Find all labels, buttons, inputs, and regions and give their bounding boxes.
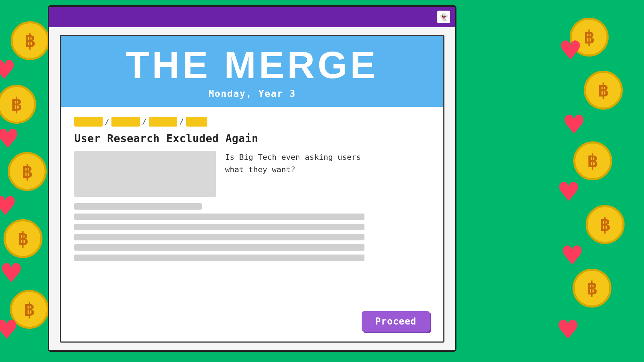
heart-decoration: ♥ (561, 32, 580, 69)
coin-decoration: ฿ (0, 85, 36, 124)
breadcrumb-block-3 (149, 117, 177, 127)
heart-decoration: ♥ (0, 120, 17, 157)
heart-decoration: ♥ (558, 311, 577, 348)
heart-decoration: ♥ (0, 311, 16, 348)
skeleton-line-long-2 (74, 224, 364, 230)
newspaper-date: Monday, Year 3 (75, 88, 429, 99)
article-image (74, 151, 216, 197)
coin-decoration: ฿ (570, 18, 609, 57)
newspaper: THE MERGE Monday, Year 3 / / / User Rese… (60, 35, 444, 343)
article-text: Is Big Tech even asking users what they … (225, 151, 361, 197)
article-area: / / / User Research Excluded Again Is Bi… (61, 107, 443, 341)
heart-decoration: ♥ (563, 237, 582, 274)
coin-decoration: ฿ (573, 269, 611, 308)
coin-decoration: ฿ (11, 21, 50, 60)
skeleton-line-long-5 (74, 255, 364, 261)
coin-decoration: ฿ (573, 141, 612, 180)
heart-decoration: ♥ (559, 173, 578, 210)
skeleton-line-long-4 (74, 244, 364, 251)
coin-decoration: ฿ (4, 219, 42, 258)
newspaper-header: THE MERGE Monday, Year 3 (61, 36, 443, 107)
breadcrumb-sep-3: / (179, 117, 184, 126)
skeleton-line-long-1 (74, 214, 364, 220)
breadcrumb-block-2 (111, 117, 140, 127)
breadcrumb-sep-1: / (105, 117, 109, 126)
breadcrumb-block-1 (74, 117, 103, 127)
article-skeleton-lines (74, 203, 430, 261)
heart-decoration: ♥ (0, 187, 15, 224)
article-title: User Research Excluded Again (74, 132, 430, 145)
coin-decoration: ฿ (8, 152, 47, 191)
heart-decoration: ♥ (2, 255, 21, 292)
breadcrumb: / / / (74, 117, 430, 127)
heart-decoration: ♥ (564, 106, 583, 143)
coin-decoration: ฿ (10, 290, 49, 329)
article-text-line1: Is Big Tech even asking users (225, 153, 361, 162)
ghost-icon: 👻 (439, 13, 448, 21)
article-text-line2: what they want? (225, 165, 295, 174)
skeleton-line-long-3 (74, 234, 364, 240)
article-body: Is Big Tech even asking users what they … (74, 151, 430, 197)
browser-titlebar: 👻 (49, 7, 455, 27)
newspaper-title: THE MERGE (75, 46, 429, 84)
skeleton-line-short (74, 203, 202, 210)
coin-decoration: ฿ (586, 205, 625, 244)
coin-decoration: ฿ (584, 71, 623, 110)
heart-decoration: ♥ (0, 51, 14, 88)
browser-content: THE MERGE Monday, Year 3 / / / User Rese… (49, 27, 455, 350)
breadcrumb-block-4 (186, 117, 207, 127)
browser-window: 👻 THE MERGE Monday, Year 3 / / / (48, 5, 456, 352)
breadcrumb-sep-2: / (142, 117, 146, 126)
browser-icon: 👻 (437, 11, 450, 23)
proceed-button[interactable]: Proceed (362, 311, 430, 332)
